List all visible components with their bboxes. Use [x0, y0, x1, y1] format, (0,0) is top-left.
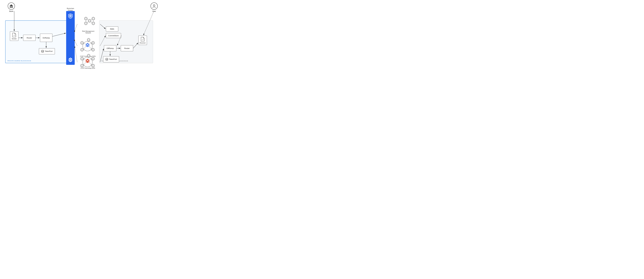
onramp-box: OnRamp	[40, 34, 52, 42]
tokenpool-dest-box: TokenPool	[103, 56, 119, 62]
svg-point-8	[70, 16, 71, 16]
svg-rect-38	[81, 42, 83, 44]
user-actor: User	[150, 3, 158, 12]
bank-label: Bank	[9, 10, 13, 12]
diagram-container: Bank User PRIVATE SOURCE BLOCKCHAIN PUBL…	[0, 0, 161, 70]
rmn-box: RMN	[106, 27, 118, 32]
tokenpool-source-box: TokenPool	[39, 48, 55, 54]
svg-line-79	[75, 24, 77, 30]
svg-line-24	[87, 19, 88, 20]
router-dest-box: Router	[121, 45, 133, 51]
svg-rect-0	[10, 6, 13, 6]
tokenpool-source-label: TokenPool	[45, 50, 52, 52]
risk-management-network	[77, 15, 99, 31]
shield-icon	[68, 14, 73, 19]
svg-rect-34	[92, 42, 94, 44]
svg-rect-32	[88, 39, 90, 41]
svg-rect-1	[10, 6, 10, 8]
private-blockchain-label: PRIVATE SOURCE BLOCKCHAIN	[8, 60, 31, 62]
svg-rect-57	[81, 58, 83, 60]
svg-line-27	[91, 22, 92, 23]
svg-rect-23	[92, 23, 94, 24]
tokenpool-dest-label: TokenPool	[109, 58, 117, 60]
svg-rect-53	[92, 58, 94, 60]
offramp-label: OffRamp	[106, 47, 114, 49]
svg-rect-59	[81, 65, 83, 67]
bank-actor: Bank	[8, 3, 15, 12]
svg-rect-36	[92, 49, 94, 51]
svg-rect-3	[12, 6, 12, 8]
svg-point-13	[42, 50, 44, 51]
svg-rect-15	[89, 20, 90, 22]
ccip-committing-don	[76, 37, 98, 55]
sender-box: </> Sender	[10, 32, 18, 41]
onramp-label: OnRamp	[42, 37, 50, 39]
bpm-bar	[66, 11, 75, 65]
chainlink-icon	[68, 57, 73, 62]
router-dest-label: Router	[124, 47, 130, 49]
svg-marker-11	[70, 59, 71, 61]
receiver-box: </> Receiver	[138, 36, 147, 45]
svg-point-6	[153, 5, 155, 6]
svg-line-26	[87, 22, 88, 23]
svg-rect-21	[85, 23, 87, 24]
user-icon	[150, 3, 158, 10]
svg-rect-51	[88, 55, 90, 57]
svg-rect-19	[92, 18, 94, 20]
svg-line-25	[91, 19, 92, 20]
bank-icon	[8, 3, 15, 10]
commitstore-label: CommitStore	[108, 35, 119, 37]
svg-rect-17	[85, 18, 87, 20]
receiver-label: Receiver	[140, 42, 146, 44]
svg-point-68	[106, 58, 108, 59]
ccip-executing-label: CCIP Executing DON	[80, 67, 96, 69]
sender-label: Sender	[12, 38, 16, 40]
offramp-box: OffRamp	[104, 45, 116, 51]
rmn-label: RMN	[110, 28, 114, 30]
svg-text:</>: </>	[142, 39, 144, 40]
router-source-box: Router	[23, 35, 36, 41]
svg-text:</>: </>	[13, 35, 16, 36]
router-source-label: Router	[26, 37, 32, 39]
svg-rect-2	[11, 6, 12, 8]
user-label: User	[152, 10, 156, 12]
svg-marker-5	[10, 5, 13, 6]
svg-rect-55	[92, 65, 94, 67]
commitstore-box: CommitStore	[106, 33, 121, 38]
private-blockchain-region: PRIVATE SOURCE BLOCKCHAIN	[5, 21, 67, 63]
svg-rect-40	[81, 49, 83, 51]
svg-rect-4	[10, 8, 13, 8]
risk-management-label: Risk Management Network	[79, 30, 97, 34]
